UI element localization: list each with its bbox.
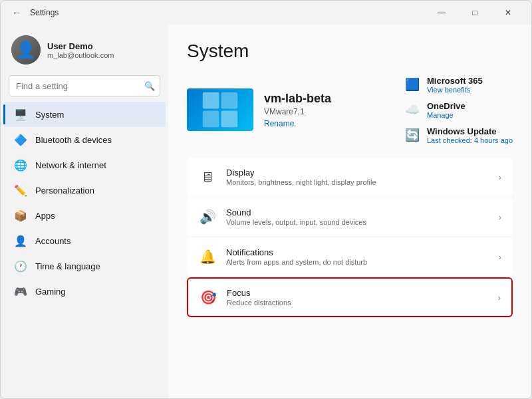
notifications-desc: Alerts from apps and system, do not dist… (226, 258, 489, 266)
onedrive-text: OneDrive Manage (427, 101, 466, 119)
sidebar-label-gaming: Gaming (35, 287, 66, 297)
winupdate-text: Windows Update Last checked: 4 hours ago (427, 126, 513, 144)
display-desc: Monitors, brightness, night light, displ… (226, 178, 489, 186)
sidebar-label-personalization: Personalization (35, 186, 94, 196)
user-name: User Demo (47, 41, 160, 51)
sidebar: User Demo m_lab@outlook.com 🔍 🖥️ System … (1, 25, 168, 398)
m365-text: Microsoft 365 View benefits (427, 76, 483, 94)
notifications-text: Notifications Alerts from apps and syste… (226, 247, 489, 266)
sidebar-label-system: System (35, 110, 64, 120)
m365-title: Microsoft 365 (427, 76, 483, 86)
bluetooth-icon: 🔷 (14, 133, 27, 146)
svg-rect-1 (221, 92, 238, 109)
display-chevron: › (499, 172, 501, 182)
sidebar-item-bluetooth[interactable]: 🔷 Bluetooth & devices (3, 127, 166, 152)
display-icon: 🖥 (198, 168, 217, 186)
sound-text: Sound Volume levels, output, input, soun… (226, 207, 489, 226)
sidebar-label-accounts: Accounts (35, 236, 70, 246)
search-icon: 🔍 (144, 81, 155, 91)
time-icon: 🕐 (14, 259, 27, 273)
notifications-title: Notifications (226, 247, 489, 257)
winupdate-link[interactable]: 🔄 Windows Update Last checked: 4 hours a… (403, 126, 513, 144)
display-text: Display Monitors, brightness, night ligh… (226, 168, 489, 186)
system-pc-name: vm-lab-beta (264, 92, 392, 106)
focus-title: Focus (227, 288, 489, 298)
system-icon: 🖥️ (14, 108, 27, 121)
winupdate-sub: Last checked: 4 hours ago (427, 136, 513, 144)
main-content: User Demo m_lab@outlook.com 🔍 🖥️ System … (1, 25, 531, 398)
maximize-button[interactable]: □ (460, 2, 490, 23)
nav-list: 🖥️ System 🔷 Bluetooth & devices 🌐 Networ… (1, 102, 168, 304)
settings-window: ← Settings — □ ✕ User Demo m_lab@outlook… (0, 0, 532, 399)
window-title: Settings (30, 8, 59, 17)
back-button[interactable]: ← (9, 5, 25, 21)
onedrive-title: OneDrive (427, 101, 466, 111)
m365-link[interactable]: 🟦 Microsoft 365 View benefits (403, 75, 513, 94)
setting-item-display[interactable]: 🖥 Display Monitors, brightness, night li… (187, 158, 513, 196)
focus-desc: Reduce distractions (227, 299, 489, 307)
winupdate-title: Windows Update (427, 126, 513, 136)
minimize-button[interactable]: — (426, 2, 457, 23)
rename-button[interactable]: Rename (264, 119, 392, 128)
display-title: Display (226, 168, 489, 178)
avatar (11, 35, 41, 65)
user-profile[interactable]: User Demo m_lab@outlook.com (1, 25, 168, 72)
settings-list: 🖥 Display Monitors, brightness, night li… (187, 158, 513, 317)
user-info: User Demo m_lab@outlook.com (47, 41, 160, 59)
sidebar-label-apps: Apps (35, 211, 55, 221)
page-title: System (187, 41, 513, 62)
sidebar-item-time[interactable]: 🕐 Time & language (3, 253, 166, 279)
setting-item-sound[interactable]: 🔊 Sound Volume levels, output, input, so… (187, 198, 513, 236)
m365-icon: 🟦 (403, 75, 422, 94)
system-links: 🟦 Microsoft 365 View benefits ☁️ OneDriv… (403, 75, 513, 144)
sidebar-label-bluetooth: Bluetooth & devices (35, 135, 112, 145)
sidebar-item-network[interactable]: 🌐 Network & internet (3, 152, 166, 178)
system-pc-sub: VMware7,1 (264, 107, 392, 116)
sidebar-label-network: Network & internet (35, 160, 106, 170)
avatar-image (11, 35, 41, 65)
apps-icon: 📦 (14, 209, 27, 222)
svg-rect-2 (203, 111, 219, 128)
search-box: 🔍 (9, 75, 160, 96)
winupdate-icon: 🔄 (403, 126, 422, 144)
sidebar-item-system[interactable]: 🖥️ System (3, 102, 166, 127)
svg-rect-0 (203, 92, 219, 109)
network-icon: 🌐 (14, 158, 27, 172)
system-thumbnail (187, 88, 253, 131)
sidebar-item-gaming[interactable]: 🎮 Gaming (3, 279, 166, 304)
user-email: m_lab@outlook.com (47, 51, 160, 59)
system-info-bar: vm-lab-beta VMware7,1 Rename 🟦 Microsoft… (187, 75, 513, 144)
gaming-icon: 🎮 (14, 285, 27, 298)
title-bar-left: ← Settings (9, 5, 59, 21)
close-button[interactable]: ✕ (493, 2, 523, 23)
sound-icon: 🔊 (198, 207, 217, 226)
personalization-icon: ✏️ (14, 184, 27, 197)
sound-chevron: › (499, 212, 501, 222)
system-name-area: vm-lab-beta VMware7,1 Rename (264, 92, 392, 128)
onedrive-link[interactable]: ☁️ OneDrive Manage (403, 100, 513, 119)
search-input[interactable] (9, 75, 160, 96)
sidebar-label-time: Time & language (35, 261, 100, 271)
onedrive-icon: ☁️ (403, 100, 422, 119)
focus-chevron: › (498, 293, 501, 303)
focus-text: Focus Reduce distractions (227, 288, 489, 307)
setting-item-focus[interactable]: 🎯 Focus Reduce distractions › (187, 277, 513, 317)
svg-rect-3 (221, 111, 238, 128)
sidebar-item-accounts[interactable]: 👤 Accounts (3, 228, 166, 253)
right-panel: System vm-lab-beta VMware7,1 Rename (168, 25, 531, 398)
window-controls: — □ ✕ (426, 2, 523, 23)
setting-item-notifications[interactable]: 🔔 Notifications Alerts from apps and sys… (187, 237, 513, 276)
sound-title: Sound (226, 207, 489, 217)
notifications-chevron: › (499, 252, 501, 262)
m365-sub[interactable]: View benefits (427, 86, 483, 94)
sidebar-item-apps[interactable]: 📦 Apps (3, 203, 166, 228)
sidebar-item-personalization[interactable]: ✏️ Personalization (3, 178, 166, 203)
focus-icon: 🎯 (199, 288, 217, 307)
sound-desc: Volume levels, output, input, sound devi… (226, 218, 489, 226)
title-bar: ← Settings — □ ✕ (1, 1, 531, 25)
notifications-icon: 🔔 (198, 247, 217, 266)
accounts-icon: 👤 (14, 234, 27, 247)
onedrive-sub[interactable]: Manage (427, 111, 466, 119)
